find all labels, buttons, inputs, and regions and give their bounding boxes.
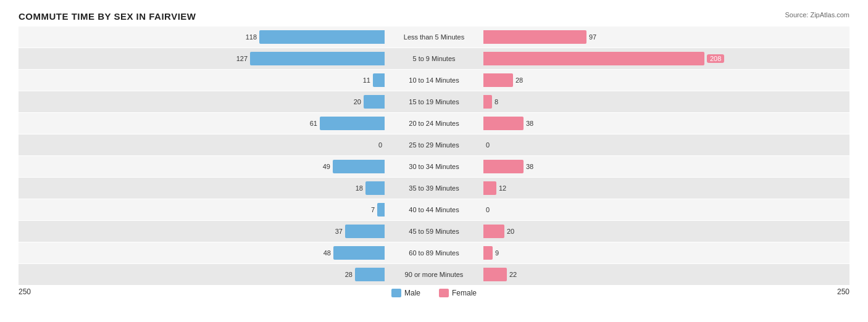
male-swatch xyxy=(391,289,401,297)
male-value: 28 xyxy=(345,271,353,278)
male-bar-wrap: 49 xyxy=(19,160,385,173)
left-section: 7 xyxy=(19,199,385,220)
bar-row: 61 20 to 24 Minutes 38 xyxy=(19,113,849,134)
left-section: 127 xyxy=(19,48,385,69)
row-label: 10 to 14 Minutes xyxy=(385,76,483,84)
female-value: 12 xyxy=(499,184,506,192)
female-bar-wrap: 0 xyxy=(483,203,849,217)
female-bar xyxy=(483,30,586,44)
row-label: 90 or more Minutes xyxy=(385,271,483,278)
female-bar-wrap: 97 xyxy=(483,30,849,44)
male-bar-wrap: 0 xyxy=(19,138,385,152)
legend-male: Male xyxy=(391,289,420,297)
row-label: 15 to 19 Minutes xyxy=(385,98,483,105)
male-value: 0 xyxy=(378,141,382,149)
male-label: Male xyxy=(404,289,420,297)
female-value: 97 xyxy=(589,33,596,41)
female-value: 38 xyxy=(526,163,533,170)
male-bar xyxy=(333,246,385,260)
right-section: 28 xyxy=(483,70,849,91)
left-section: 0 xyxy=(19,134,385,155)
male-value: 20 xyxy=(354,98,361,105)
row-label: 45 to 59 Minutes xyxy=(385,228,483,235)
male-value: 48 xyxy=(323,249,331,257)
male-bar xyxy=(320,117,385,130)
female-value: 20 xyxy=(507,228,514,235)
left-section: 118 xyxy=(19,27,385,47)
bar-row: 118 Less than 5 Minutes 97 xyxy=(19,27,849,47)
female-bar-wrap: 8 xyxy=(483,95,849,109)
male-bar-wrap: 61 xyxy=(19,117,385,130)
right-section: 0 xyxy=(483,199,849,220)
female-swatch xyxy=(439,289,449,297)
left-section: 48 xyxy=(19,242,385,263)
male-value: 49 xyxy=(323,163,330,170)
female-bar xyxy=(483,268,507,281)
male-bar xyxy=(250,52,385,65)
female-bar-wrap: 38 xyxy=(483,160,849,173)
male-value: 18 xyxy=(356,184,363,192)
row-label: Less than 5 Minutes xyxy=(385,33,483,41)
left-section: 11 xyxy=(19,70,385,91)
right-section: 12 xyxy=(483,178,849,199)
female-bar xyxy=(483,73,513,87)
right-section: 8 xyxy=(483,91,849,112)
chart-area: 118 Less than 5 Minutes 97 127 5 to 9 Mi… xyxy=(19,27,849,285)
row-label: 30 to 34 Minutes xyxy=(385,163,483,170)
female-bar-wrap: 0 xyxy=(483,138,849,152)
female-bar-wrap: 20 xyxy=(483,225,849,238)
male-bar xyxy=(377,203,385,217)
male-value: 11 xyxy=(363,76,370,84)
left-section: 28 xyxy=(19,264,385,285)
right-section: 208 xyxy=(483,48,849,69)
male-bar-wrap: 127 xyxy=(19,52,385,65)
left-section: 18 xyxy=(19,178,385,199)
legend-female: Female xyxy=(439,289,477,297)
female-bar xyxy=(483,160,524,173)
bar-row: 20 15 to 19 Minutes 8 xyxy=(19,91,849,112)
male-value: 37 xyxy=(335,228,343,235)
male-bar xyxy=(364,95,385,109)
right-section: 38 xyxy=(483,113,849,134)
female-bar-wrap: 12 xyxy=(483,181,849,195)
male-bar-wrap: 28 xyxy=(19,268,385,281)
bar-row: 18 35 to 39 Minutes 12 xyxy=(19,178,849,199)
male-value: 118 xyxy=(246,33,257,41)
male-bar xyxy=(355,268,385,281)
female-bar-wrap: 208 xyxy=(483,52,849,65)
female-value: 8 xyxy=(495,98,498,105)
male-bar xyxy=(373,73,385,87)
female-bar-wrap: 38 xyxy=(483,117,849,130)
female-value: 208 xyxy=(707,54,724,63)
female-value: 0 xyxy=(486,141,490,149)
bar-row: 7 40 to 44 Minutes 0 xyxy=(19,199,849,220)
male-bar-wrap: 48 xyxy=(19,246,385,260)
right-section: 9 xyxy=(483,242,849,263)
left-section: 20 xyxy=(19,91,385,112)
bar-row: 127 5 to 9 Minutes 208 xyxy=(19,48,849,69)
row-label: 60 to 89 Minutes xyxy=(385,249,483,257)
female-bar xyxy=(483,246,493,260)
female-value: 38 xyxy=(526,120,533,127)
row-label: 35 to 39 Minutes xyxy=(385,184,483,192)
male-value: 7 xyxy=(371,206,375,213)
row-label: 25 to 29 Minutes xyxy=(385,141,483,149)
chart-container: COMMUTE TIME BY SEX IN FAIRVIEW Source: … xyxy=(0,0,868,322)
female-bar xyxy=(483,225,504,238)
left-section: 37 xyxy=(19,221,385,242)
right-section: 97 xyxy=(483,27,849,47)
female-bar xyxy=(483,117,524,130)
chart-title: COMMUTE TIME BY SEX IN FAIRVIEW xyxy=(19,11,849,22)
axis-left: 250 xyxy=(19,287,293,296)
right-section: 20 xyxy=(483,221,849,242)
row-label: 40 to 44 Minutes xyxy=(385,206,483,213)
right-section: 38 xyxy=(483,156,849,177)
male-bar-wrap: 20 xyxy=(19,95,385,109)
female-value: 22 xyxy=(509,271,517,278)
bar-row: 11 10 to 14 Minutes 28 xyxy=(19,70,849,91)
male-value: 61 xyxy=(310,120,317,127)
row-label: 5 to 9 Minutes xyxy=(385,55,483,62)
male-bar-wrap: 11 xyxy=(19,73,385,87)
male-bar-wrap: 18 xyxy=(19,181,385,195)
bar-row: 49 30 to 34 Minutes 38 xyxy=(19,156,849,177)
